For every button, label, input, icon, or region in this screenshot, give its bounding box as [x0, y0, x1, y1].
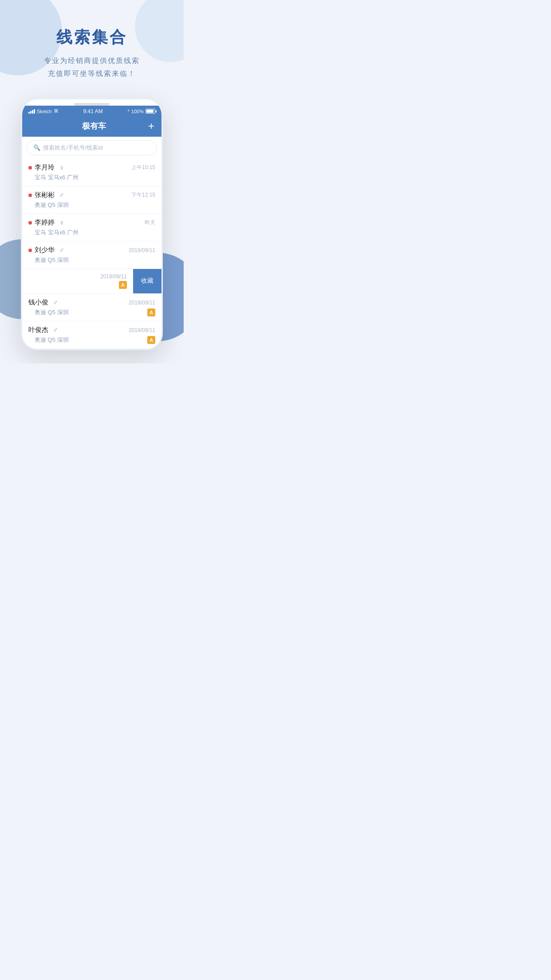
- list-item[interactable]: 叶俊杰 ♂ 2018/09/11 奥迪 Q5 深圳 A: [22, 321, 161, 349]
- item-time: 昨天: [145, 219, 155, 226]
- item-time: 2018/09/11: [100, 273, 127, 280]
- status-dot: [28, 166, 32, 170]
- nav-add-button[interactable]: +: [148, 121, 154, 131]
- item-name: 钱小俊: [28, 298, 48, 307]
- status-time: 9:41 AM: [83, 108, 103, 115]
- search-placeholder: 搜索姓名/手机号/线索id: [43, 144, 102, 152]
- item-name-row: 钱小俊 ♂: [28, 298, 60, 307]
- phone-frame: Sketch ⌘ 9:41 AM * 100% 极有车 + 🔍 搜索姓名/手机号…: [21, 98, 163, 350]
- badge-a: A: [147, 336, 155, 344]
- status-dot: [28, 249, 32, 252]
- hero-subtitle-line2: 充值即可坐等线索来临！: [9, 67, 175, 80]
- list-item-header: 李月玲 ♀ 上午10:15: [28, 163, 155, 172]
- badge-a: A: [119, 281, 127, 289]
- item-detail: 奥迪 Q5 深圳: [28, 201, 155, 209]
- item-name-row: 张彬彬 ♂: [28, 191, 66, 200]
- nav-title: 极有车: [40, 121, 148, 131]
- item-name-row: 刘少华 ♂: [28, 246, 66, 255]
- signal-bar-3: [32, 110, 33, 114]
- item-name: 张彬彬: [35, 191, 55, 199]
- avatar-male-icon: ♂: [51, 326, 60, 335]
- avatar-male-icon: ♂: [51, 298, 60, 307]
- list-item[interactable]: 张彬彬 ♂ 下午12:15 奥迪 Q5 深圳: [22, 186, 161, 214]
- item-name: 李月玲: [35, 163, 55, 172]
- hero-title: 线索集合: [9, 27, 175, 48]
- status-left: Sketch ⌘: [28, 108, 59, 114]
- list-item-header: 钱小俊 ♂ 2018/09/11: [28, 298, 155, 307]
- list-item-header: 刘少华 ♂ 2018/09/11: [28, 246, 155, 255]
- signal-bar-1: [28, 112, 30, 114]
- search-icon: 🔍: [33, 144, 40, 151]
- status-right: * 100%: [128, 109, 155, 114]
- item-time: 上午10:15: [131, 164, 155, 171]
- signal-bars: [28, 109, 35, 114]
- search-bar[interactable]: 🔍 搜索姓名/手机号/线索id: [27, 140, 157, 155]
- signal-bar-4: [34, 109, 35, 114]
- item-name-row: 叶俊杰 ♂: [28, 326, 60, 335]
- list-item[interactable]: 钱小俊 ♂ 2018/09/11 奥迪 Q5 深圳 A: [22, 294, 161, 321]
- status-dot: [28, 221, 32, 225]
- list-item[interactable]: 李婷婷 ♀ 昨天 宝马 宝马x6 广州: [22, 214, 161, 241]
- item-detail: 奥迪 Q5 深圳 A: [28, 308, 155, 316]
- bluetooth-icon: *: [128, 109, 130, 114]
- hero-subtitle-line1: 专业为经销商提供优质线索: [9, 55, 175, 67]
- item-name: 叶俊杰: [28, 326, 48, 334]
- badge-a: A: [147, 308, 155, 316]
- item-name: 李婷婷: [35, 218, 55, 227]
- carrier-label: Sketch: [37, 109, 52, 114]
- item-detail: 宝马 宝马x6 广州: [28, 174, 155, 182]
- avatar-female-icon: ♀: [57, 218, 66, 227]
- wifi-icon: ⌘: [54, 108, 59, 114]
- item-time: 2018/09/11: [129, 300, 155, 306]
- item-time: 2018/09/11: [129, 247, 155, 253]
- item-detail: 奥迪 Q5 深圳 A: [28, 336, 155, 344]
- list-item-inner: 2018/09/11 A: [22, 269, 133, 293]
- item-detail: 奥迪 Q5 深圳: [28, 256, 155, 264]
- status-bar: Sketch ⌘ 9:41 AM * 100%: [22, 106, 161, 116]
- list-container: 李月玲 ♀ 上午10:15 宝马 宝马x6 广州 张彬彬 ♂ 下午12:15: [22, 159, 161, 349]
- hero-section: 线索集合 专业为经销商提供优质线索 充值即可坐等线索来临！: [0, 0, 184, 94]
- avatar-male-icon: ♂: [57, 191, 66, 200]
- item-name-row: 李月玲 ♀: [28, 163, 66, 172]
- phone-wrapper: Sketch ⌘ 9:41 AM * 100% 极有车 + 🔍 搜索姓名/手机号…: [0, 94, 184, 364]
- list-item-header: 李婷婷 ♀ 昨天: [28, 218, 155, 227]
- item-detail: A: [28, 281, 127, 289]
- signal-bar-2: [30, 111, 31, 114]
- swipe-action-favorite[interactable]: 收藏: [133, 269, 161, 293]
- item-name: 刘少华: [35, 246, 55, 254]
- item-time: 下午12:15: [131, 191, 155, 199]
- battery-icon: [146, 109, 155, 114]
- battery-fill: [146, 110, 153, 113]
- item-detail: 宝马 宝马x6 广州: [28, 229, 155, 237]
- list-item-header: 张彬彬 ♂ 下午12:15: [28, 191, 155, 200]
- list-item[interactable]: 刘少华 ♂ 2018/09/11 奥迪 Q5 深圳: [22, 241, 161, 269]
- list-item-swipe[interactable]: 2018/09/11 A 收藏: [22, 269, 161, 294]
- status-dot: [28, 194, 32, 197]
- item-time: 2018/09/11: [129, 327, 155, 333]
- list-item[interactable]: 李月玲 ♀ 上午10:15 宝马 宝马x6 广州: [22, 159, 161, 186]
- search-container: 🔍 搜索姓名/手机号/线索id: [22, 137, 161, 159]
- avatar-male-icon: ♂: [57, 246, 66, 255]
- list-item-header: 叶俊杰 ♂ 2018/09/11: [28, 326, 155, 335]
- item-name-row: 李婷婷 ♀: [28, 218, 66, 227]
- avatar-female-icon: ♀: [57, 163, 66, 172]
- battery-pct-label: 100%: [131, 109, 144, 114]
- nav-bar: 极有车 +: [22, 116, 161, 137]
- list-item-header: 2018/09/11: [28, 273, 127, 280]
- hero-subtitle: 专业为经销商提供优质线索 充值即可坐等线索来临！: [9, 55, 175, 80]
